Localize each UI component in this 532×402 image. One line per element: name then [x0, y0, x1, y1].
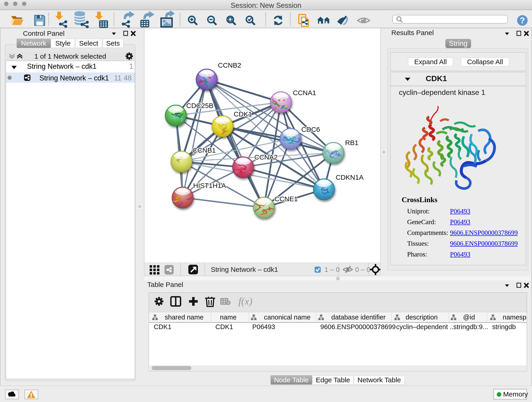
svg-text:RB1: RB1 [345, 139, 358, 147]
svg-text:CCNB2: CCNB2 [218, 61, 241, 69]
svg-text:CCNB1: CCNB1 [192, 147, 216, 154]
svg-text:CDC25B: CDC25B [186, 102, 213, 109]
svg-text:CCNA2: CCNA2 [254, 153, 278, 161]
svg-text:CDK1: CDK1 [234, 110, 252, 118]
svg-text:HIST1H1A: HIST1H1A [193, 182, 226, 189]
svg-text:?: ? [520, 16, 525, 25]
svg-text:CCNA1: CCNA1 [293, 89, 316, 96]
svg-text:CDC6: CDC6 [301, 126, 320, 133]
svg-text:CCNE1: CCNE1 [274, 195, 298, 203]
svg-text:CDKN1A: CDKN1A [336, 173, 364, 181]
svg-text:f(x): f(x) [238, 296, 252, 307]
